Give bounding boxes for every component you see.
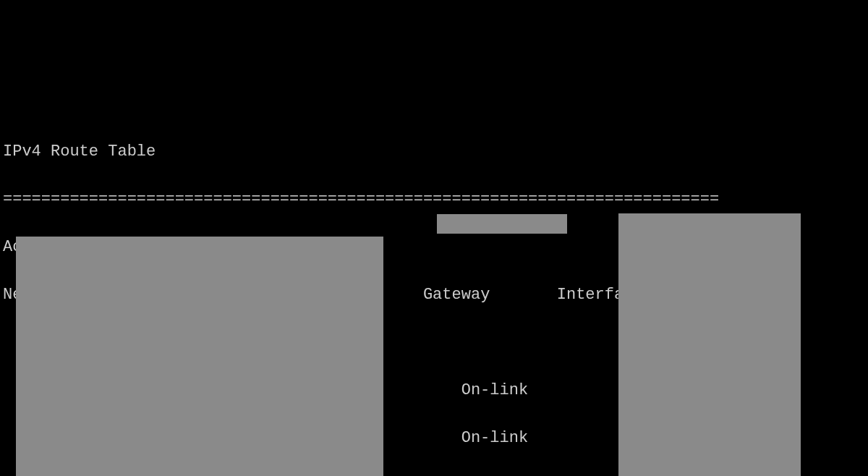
- redacted-block: [437, 214, 567, 234]
- cell-gateway: On-link: [461, 429, 528, 447]
- redacted-block: [618, 213, 801, 476]
- header-gateway: Gateway: [423, 286, 490, 304]
- terminal-output: IPv4 Route Table =======================…: [0, 95, 868, 476]
- redacted-block: [16, 237, 383, 476]
- route-table-title: IPv4 Route Table: [3, 140, 865, 163]
- cell-gateway: On-link: [461, 381, 528, 399]
- divider-line: ========================================…: [3, 187, 865, 211]
